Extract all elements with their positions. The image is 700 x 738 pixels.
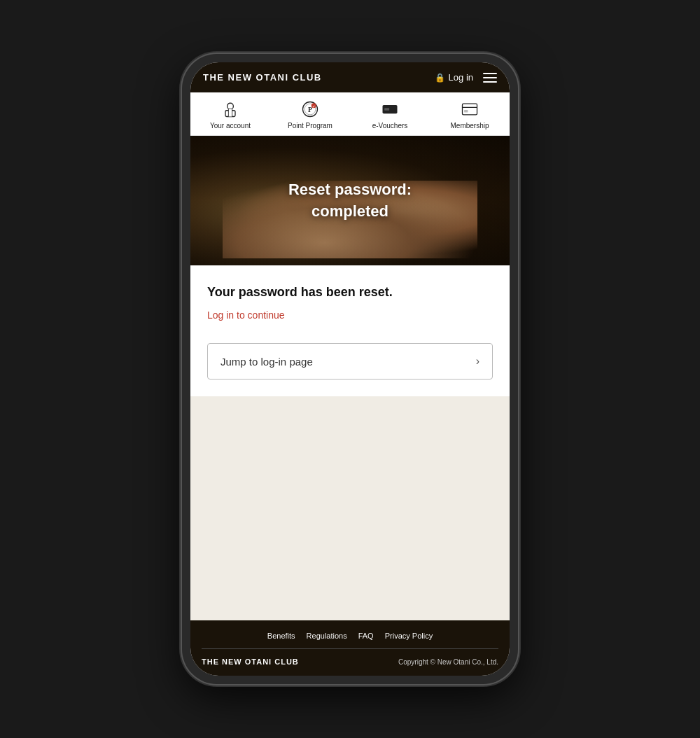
footer-link-faq[interactable]: FAQ [358, 632, 374, 640]
nav-label-e-vouchers: e-Vouchers [372, 122, 408, 130]
hamburger-line-2 [483, 77, 497, 78]
jump-to-login-button[interactable]: Jump to log-in page › [207, 343, 493, 380]
jump-btn-label: Jump to log-in page [220, 356, 313, 368]
nav-item-e-vouchers[interactable]: e-Vouchers [350, 92, 430, 135]
top-bar: THE NEW OTANI CLUB 🔒 Log in [190, 62, 510, 92]
svg-text:✓: ✓ [312, 104, 315, 109]
login-continue-link[interactable]: Log in to continue [207, 309, 493, 321]
success-title: Your password has been reset. [207, 285, 493, 300]
svg-point-1 [227, 103, 234, 109]
e-vouchers-icon [379, 99, 401, 119]
main-content: Your password has been reset. Log in to … [190, 265, 510, 396]
membership-icon [458, 99, 481, 119]
hamburger-line-3 [483, 81, 497, 83]
jump-btn-chevron-icon: › [476, 355, 479, 368]
spacer-area [190, 396, 510, 620]
point-program-icon: P ✓ [299, 99, 321, 119]
login-button[interactable]: 🔒 Log in [435, 72, 473, 83]
footer-copyright: Copyright © New Otani Co., Ltd. [398, 658, 498, 666]
hamburger-line-1 [483, 73, 497, 74]
svg-rect-12 [463, 104, 477, 115]
svg-rect-11 [384, 108, 389, 111]
content-area: Your password has been reset. Log in to … [190, 265, 510, 620]
nav-label-point-program: Point Program [288, 122, 332, 130]
phone-screen: THE NEW OTANI CLUB 🔒 Log in [190, 62, 510, 676]
your-account-icon [219, 99, 241, 119]
brand-name: THE NEW OTANI CLUB [203, 72, 322, 83]
nav-label-membership: Membership [450, 122, 489, 130]
hero-title: Reset password:completed [288, 179, 412, 223]
footer-link-regulations[interactable]: Regulations [307, 632, 347, 640]
nav-item-membership[interactable]: Membership [430, 92, 510, 135]
footer-brand-name: THE NEW OTANI CLUB [202, 657, 299, 666]
footer-links: Benefits Regulations FAQ Privacy Policy [190, 620, 510, 648]
footer: Benefits Regulations FAQ Privacy Policy … [190, 620, 510, 676]
nav-item-your-account[interactable]: Your account [190, 92, 270, 135]
svg-text:P: P [308, 106, 312, 113]
footer-bottom: THE NEW OTANI CLUB Copyright © New Otani… [190, 649, 510, 676]
footer-link-privacy[interactable]: Privacy Policy [385, 632, 433, 640]
hero-banner: Reset password:completed [190, 136, 510, 265]
svg-rect-14 [464, 110, 468, 113]
hero-text-container: Reset password:completed [190, 136, 510, 265]
phone-frame: THE NEW OTANI CLUB 🔒 Log in [182, 54, 518, 684]
lock-icon: 🔒 [435, 73, 445, 83]
top-bar-right: 🔒 Log in [435, 72, 497, 83]
nav-item-point-program[interactable]: P ✓ Point Program [270, 92, 350, 135]
nav-label-your-account: Your account [210, 122, 251, 130]
login-label: Log in [449, 72, 473, 83]
svg-rect-2 [228, 109, 232, 117]
nav-icons-row: Your account P ✓ Point Program [190, 92, 510, 136]
hamburger-menu-icon[interactable] [483, 73, 497, 83]
footer-link-benefits[interactable]: Benefits [267, 632, 295, 640]
